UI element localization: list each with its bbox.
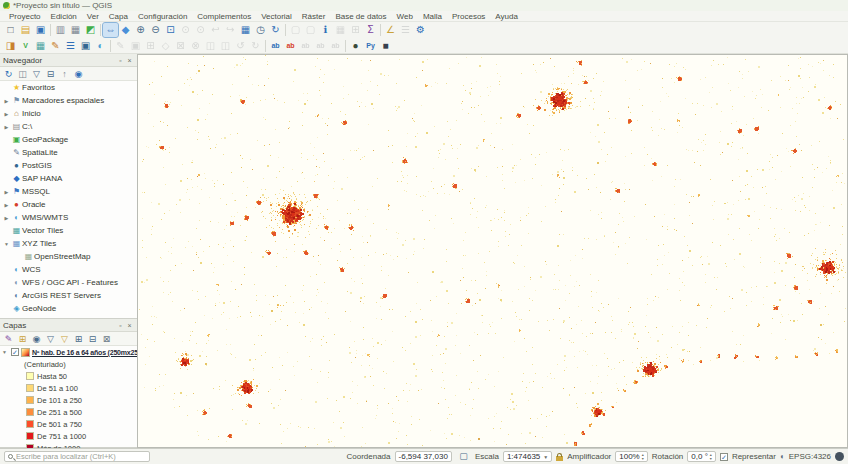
scale-lock-icon[interactable] [556, 456, 563, 461]
manage-map-themes-icon[interactable]: ◉ [30, 333, 43, 345]
expand-all-icon[interactable]: ⊞ [72, 333, 85, 345]
browser-item-wfs-ogc-api-features[interactable]: ◐WFS / OGC API - Features [0, 276, 137, 289]
browser-item-vector-tiles[interactable]: ▦Vector Tiles [0, 224, 137, 237]
layout-manager-icon[interactable]: ▦ [68, 23, 83, 37]
menu-edici-n[interactable]: Edición [46, 12, 82, 21]
menu-base-de-datos[interactable]: Base de datos [330, 12, 391, 21]
expander-icon[interactable]: ▶ [2, 202, 11, 208]
save-edits-icon[interactable]: ▣ [128, 39, 143, 53]
expander-icon[interactable]: ▶ [2, 215, 11, 221]
browser-item-geopackage[interactable]: ▣GeoPackage [0, 133, 137, 146]
identify-features-icon[interactable]: ℹ [318, 23, 333, 37]
layer-row[interactable]: ▼✓Nº hab. De 16 a 64 años (250mx250m) [0, 346, 137, 358]
legend-class-row[interactable]: De 51 a 100 [0, 382, 137, 394]
zoom-next-icon[interactable]: ↪ [223, 23, 238, 37]
attribute-table-icon[interactable]: ▦ [333, 23, 348, 37]
filter-by-expression-icon[interactable]: ▽ [58, 333, 71, 345]
browser-item-inicio[interactable]: ▶⌂Inicio [0, 107, 137, 120]
add-group-icon[interactable]: ⊞ [16, 333, 29, 345]
zoom-to-layer-icon[interactable]: ⊙ [193, 23, 208, 37]
style-manager-icon[interactable]: ◩ [83, 23, 98, 37]
zoom-out-icon[interactable]: ⊖ [148, 23, 163, 37]
browser-item-xyz-tiles[interactable]: ▼▦XYZ Tiles [0, 237, 137, 250]
save-project-icon[interactable]: ▣ [33, 23, 48, 37]
browser-up-icon[interactable]: ↑ [58, 68, 71, 80]
browser-filter-icon[interactable]: ▽ [30, 68, 43, 80]
magnifier-spinbox[interactable]: 100% ▴▾ [615, 451, 647, 462]
zoom-last-icon[interactable]: ↩ [208, 23, 223, 37]
legend-class-row[interactable]: De 501 a 750 [0, 418, 137, 430]
menu-ver[interactable]: Ver [82, 12, 104, 21]
browser-item-sap-hana[interactable]: ◆SAP HANA [0, 172, 137, 185]
cut-features-icon[interactable]: ⊗ [188, 39, 203, 53]
label-move-icon[interactable]: ab [328, 39, 343, 53]
expander-icon[interactable]: ▶ [2, 124, 11, 130]
browser-item-arcgis-rest-servers[interactable]: ◐ArcGIS REST Servers [0, 289, 137, 302]
menu-capa[interactable]: Capa [104, 12, 133, 21]
add-raster-layer-icon[interactable]: ▦ [33, 39, 48, 53]
expander-icon[interactable]: ▶ [2, 189, 11, 195]
browser-refresh-icon[interactable]: ↻ [2, 68, 15, 80]
label-highlight-icon[interactable]: ab [313, 39, 328, 53]
osgeo-icon[interactable]: ■ [378, 39, 393, 53]
deselect-features-icon[interactable]: ▢ [303, 23, 318, 37]
menu-malla[interactable]: Malla [418, 12, 447, 21]
menu-ayuda[interactable]: Ayuda [490, 12, 523, 21]
browser-item-c[interactable]: ▶▤C:\ [0, 120, 137, 133]
refresh-map-icon[interactable]: ↻ [268, 23, 283, 37]
pan-to-selection-icon[interactable]: ◆ [118, 23, 133, 37]
spinner-arrows-icon[interactable]: ▴▾ [642, 453, 644, 461]
toggle-editing-icon[interactable]: ✎ [113, 39, 128, 53]
filter-legend-icon[interactable]: ▽ [44, 333, 57, 345]
grass-tools-icon[interactable]: ● [348, 39, 363, 53]
browser-item-marcadores-espaciales[interactable]: ▶⚑Marcadores espaciales [0, 94, 137, 107]
legend-class-row[interactable]: De 251 a 500 [0, 406, 137, 418]
open-project-icon[interactable]: ▤ [18, 23, 33, 37]
temporal-controller-icon[interactable]: ◷ [253, 23, 268, 37]
new-print-layout-icon[interactable]: ▥ [53, 23, 68, 37]
browser-item-spatialite[interactable]: ✎SpatiaLite [0, 146, 137, 159]
rotation-spinbox[interactable]: 0,0 ° ▴▾ [687, 451, 716, 462]
data-source-manager-icon[interactable]: ◨ [3, 39, 18, 53]
render-checkbox[interactable]: ✓ [720, 453, 728, 461]
browser-collapse-all-icon[interactable]: ⊟ [44, 68, 57, 80]
map-tips-icon[interactable]: ☰ [398, 23, 413, 37]
menu-complementos[interactable]: Complementos [192, 12, 256, 21]
extents-toggle-icon[interactable]: ▢ [456, 450, 471, 464]
new-shapefile-layer-icon[interactable]: ✎ [48, 39, 63, 53]
crs-value[interactable]: EPSG:4326 [789, 452, 831, 461]
map-canvas[interactable] [137, 54, 848, 448]
browser-item-postgis[interactable]: ●PostGIS [0, 159, 137, 172]
new-map-view-icon[interactable]: ▦ [238, 23, 253, 37]
browser-close-icon[interactable]: × [125, 56, 134, 65]
add-wms-layer-icon[interactable]: ◐ [93, 39, 108, 53]
menu-procesos[interactable]: Procesos [447, 12, 490, 21]
select-features-icon[interactable]: ▢ [288, 23, 303, 37]
layer-labeling-icon[interactable]: ab [268, 39, 283, 53]
expander-icon[interactable]: ▶ [2, 111, 11, 117]
zoom-in-icon[interactable]: ⊕ [133, 23, 148, 37]
messages-icon[interactable] [835, 452, 844, 461]
label-pin-icon[interactable]: ab [298, 39, 313, 53]
layer-no-labels-icon[interactable]: ab [283, 39, 298, 53]
browser-item-wcs[interactable]: ◐WCS [0, 263, 137, 276]
collapse-all-icon[interactable]: ⊟ [86, 333, 99, 345]
layers-close-icon[interactable]: × [125, 321, 134, 330]
menu-vectorial[interactable]: Vectorial [256, 12, 297, 21]
coordinate-input[interactable]: -6,594 37,030 [395, 451, 452, 462]
copy-features-icon[interactable]: ◫ [203, 39, 218, 53]
browser-item-wms-wmts[interactable]: ▶◐WMS/WMTS [0, 211, 137, 224]
menu-proyecto[interactable]: Proyecto [4, 12, 46, 21]
add-feature-icon[interactable]: ⊞ [143, 39, 158, 53]
expander-icon[interactable]: ▼ [0, 349, 9, 355]
browser-item-mssql[interactable]: ▶⚑MSSQL [0, 185, 137, 198]
add-delimited-text-icon[interactable]: ☰ [63, 39, 78, 53]
menu-r-ster[interactable]: Ráster [297, 12, 331, 21]
legend-class-row[interactable]: De 101 a 250 [0, 394, 137, 406]
new-project-icon[interactable]: □ [3, 23, 18, 37]
paste-features-icon[interactable]: ◫ [218, 39, 233, 53]
menu-configuraci-n[interactable]: Configuración [133, 12, 192, 21]
vertex-tool-icon[interactable]: ◇ [158, 39, 173, 53]
browser-float-icon[interactable]: ▫ [116, 56, 125, 65]
browser-properties-icon[interactable]: ◉ [72, 68, 85, 80]
